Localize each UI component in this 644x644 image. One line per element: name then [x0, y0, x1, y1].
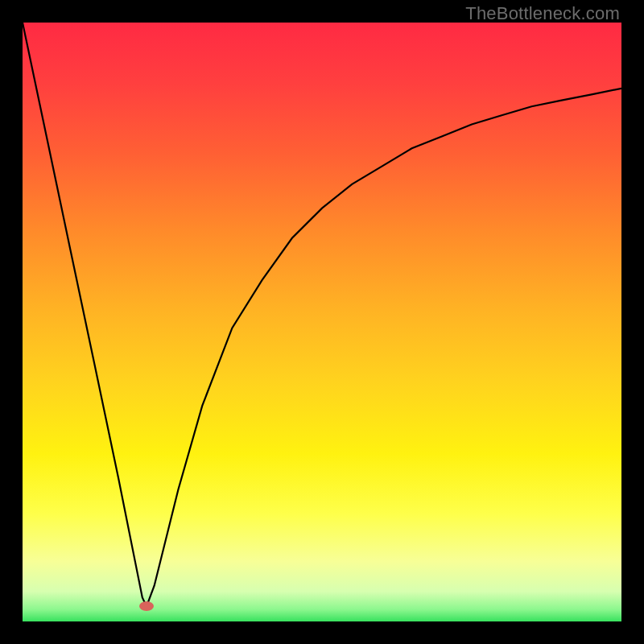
chart-frame: TheBottleneck.com	[0, 0, 644, 644]
bottleneck-curve	[23, 23, 621, 606]
curve-layer	[23, 23, 621, 621]
minimum-marker	[139, 601, 154, 611]
plot-area	[23, 23, 621, 621]
watermark-text: TheBottleneck.com	[465, 3, 620, 24]
